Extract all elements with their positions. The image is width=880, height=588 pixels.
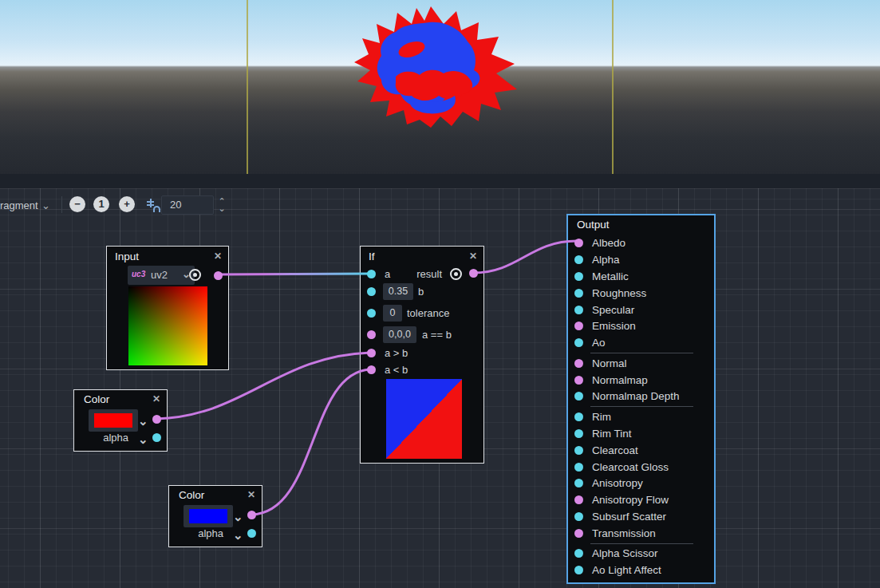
- value-field-b[interactable]: 0.35: [383, 283, 413, 300]
- output-port[interactable]: [214, 271, 223, 280]
- port-label-b: b: [418, 286, 424, 298]
- close-icon[interactable]: ✕: [469, 251, 477, 262]
- color-picker-frame: [183, 505, 233, 527]
- alpha-output-port[interactable]: [152, 433, 161, 442]
- input-port-b[interactable]: [367, 287, 376, 296]
- output-port-result[interactable]: [469, 269, 478, 278]
- input-port[interactable]: [574, 412, 583, 421]
- input-port[interactable]: [574, 289, 583, 298]
- shader-mode-dropdown[interactable]: ragment: [0, 199, 38, 211]
- port-label: Rim: [592, 411, 611, 423]
- zoom-in-button[interactable]: +: [119, 196, 135, 212]
- color-swatch[interactable]: [94, 413, 132, 428]
- node-title: Output: [577, 219, 610, 231]
- close-icon[interactable]: ✕: [214, 251, 222, 262]
- input-type-dropdown[interactable]: uc3 uv2 ⌄: [128, 266, 195, 285]
- color-output-port[interactable]: [152, 415, 161, 424]
- expand-port-chevron-icon[interactable]: ⌄: [233, 529, 243, 541]
- input-port[interactable]: [574, 549, 583, 558]
- output-port-row: Metallic: [568, 268, 714, 285]
- input-port-tolerance[interactable]: [367, 309, 376, 318]
- node-title: Input: [115, 251, 139, 262]
- node-output[interactable]: Output Albedo Alpha Metallic Roughness S…: [566, 214, 716, 584]
- port-label: Metallic: [592, 270, 629, 282]
- chevron-down-icon: ⌄: [41, 199, 50, 211]
- zoom-out-button[interactable]: −: [69, 196, 85, 212]
- port-label: Normalmap Depth: [592, 390, 680, 402]
- input-port[interactable]: [574, 512, 583, 521]
- port-label-a-lt-b: a < b: [385, 364, 408, 376]
- node-color-blue[interactable]: Color ✕ ⌄ alpha ⌄: [168, 485, 262, 547]
- input-port[interactable]: [574, 446, 583, 455]
- alpha-output-port[interactable]: [247, 529, 256, 538]
- input-port-a-gt-b[interactable]: [367, 349, 376, 357]
- port-label: Alpha Scissor: [592, 547, 658, 559]
- port-label: Ao Light Affect: [592, 564, 661, 576]
- expand-port-chevron-icon[interactable]: ⌄: [233, 511, 243, 523]
- port-label-result: result: [416, 268, 442, 280]
- if-result-preview: [386, 379, 462, 459]
- node-title: Color: [179, 489, 204, 501]
- expand-port-chevron-icon[interactable]: ⌄: [138, 433, 148, 445]
- node-if[interactable]: If ✕ a result 0.35 b 0 tolerance 0,0,0 a…: [360, 246, 484, 464]
- port-label: Alpha: [592, 254, 620, 266]
- output-port-row: Alpha Scissor: [568, 546, 714, 562]
- input-port[interactable]: [574, 272, 583, 281]
- input-port[interactable]: [574, 338, 583, 347]
- input-port[interactable]: [574, 479, 583, 487]
- snap-distance-input[interactable]: 20: [161, 195, 214, 215]
- output-port-row: Anisotropy: [568, 475, 714, 491]
- input-port-a-eq-b[interactable]: [367, 330, 376, 339]
- input-port[interactable]: [574, 376, 583, 385]
- expand-port-chevron-icon[interactable]: ⌄: [138, 415, 148, 427]
- preview-visibility-toggle[interactable]: [189, 269, 201, 281]
- value-field-tolerance[interactable]: 0: [383, 305, 402, 322]
- input-port[interactable]: [574, 322, 583, 330]
- node-input[interactable]: Input ✕ uc3 uv2 ⌄: [106, 246, 229, 370]
- color-picker-frame: [89, 409, 138, 432]
- input-port[interactable]: [574, 255, 583, 264]
- shader-editor: ragment ⌄ − 1 + 20 ⌃⌄ Input ✕ uc3 uv2 ⌄ …: [0, 0, 880, 588]
- input-port-a-lt-b[interactable]: [367, 365, 376, 374]
- close-icon[interactable]: ✕: [247, 489, 255, 500]
- input-port[interactable]: [574, 359, 583, 368]
- input-port[interactable]: [574, 529, 583, 538]
- input-port[interactable]: [574, 429, 583, 438]
- output-port-row: Emission: [568, 318, 714, 334]
- port-label: Normalmap: [592, 374, 648, 386]
- input-port[interactable]: [574, 239, 583, 247]
- input-port[interactable]: [574, 392, 583, 401]
- color-swatch[interactable]: [189, 509, 227, 523]
- value-field-a-eq-b[interactable]: 0,0,0: [383, 326, 416, 343]
- input-port[interactable]: [574, 566, 583, 574]
- port-label: Clearcoat: [592, 444, 638, 456]
- output-port-row: Subsurf Scatter: [568, 508, 714, 525]
- port-label-a-gt-b: a > b: [385, 347, 408, 359]
- spinner-arrows-icon[interactable]: ⌃⌄: [216, 198, 227, 212]
- input-port-a[interactable]: [367, 270, 376, 278]
- input-port[interactable]: [574, 495, 583, 504]
- alpha-label: alpha: [103, 432, 128, 444]
- port-label: Rim Tint: [592, 428, 632, 440]
- zoom-reset-button[interactable]: 1: [93, 196, 109, 212]
- node-color-red[interactable]: Color ✕ ⌄ alpha ⌄: [73, 389, 168, 452]
- input-port[interactable]: [574, 463, 583, 472]
- output-port-row: Transmission: [568, 525, 714, 542]
- input-port[interactable]: [574, 306, 583, 314]
- port-label: Ao: [592, 337, 606, 349]
- output-port-row: Ao: [568, 334, 714, 351]
- output-port-row: Albedo: [568, 235, 714, 251]
- 3d-preview-viewport: [0, 0, 880, 174]
- port-label: Subsurf Scatter: [592, 511, 666, 523]
- port-label: Normal: [592, 357, 627, 369]
- output-port-row: Rim Tint: [568, 425, 714, 442]
- output-port-row: Normal: [568, 355, 714, 372]
- snap-grid-icon[interactable]: [145, 197, 161, 214]
- output-port-row: Specular: [568, 302, 714, 318]
- color-output-port[interactable]: [247, 511, 256, 519]
- preview-visibility-toggle[interactable]: [450, 268, 462, 280]
- close-icon[interactable]: ✕: [152, 393, 160, 404]
- toolbar-separator: [61, 196, 62, 213]
- uv-gradient-preview: [128, 286, 207, 365]
- port-label-a: a: [385, 268, 390, 280]
